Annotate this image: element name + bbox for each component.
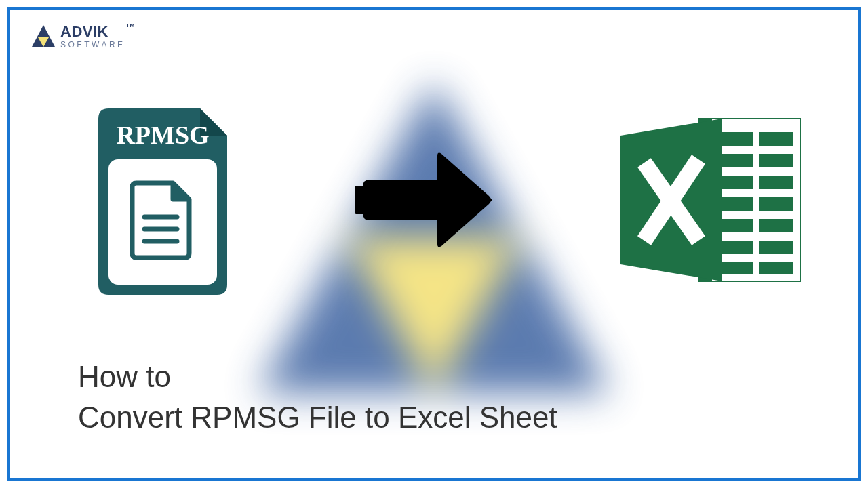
svg-rect-15: [760, 176, 793, 189]
logo-triangle-icon: [31, 24, 56, 49]
svg-rect-13: [760, 154, 793, 167]
svg-rect-10: [719, 132, 753, 146]
svg-rect-23: [760, 262, 793, 274]
brand-subtitle: SOFTWARE: [60, 41, 125, 49]
arrow-right-icon: [349, 146, 498, 254]
excel-icon: [607, 105, 810, 295]
trademark: TM: [126, 23, 135, 28]
svg-rect-16: [719, 197, 753, 211]
title-line-1: How to: [78, 357, 557, 396]
svg-rect-17: [760, 197, 793, 211]
title-line-2: Convert RPMSG File to Excel Sheet: [78, 397, 557, 437]
svg-rect-14: [719, 176, 753, 189]
svg-rect-18: [719, 219, 753, 232]
svg-rect-19: [760, 219, 793, 232]
page-title: How to Convert RPMSG File to Excel Sheet: [78, 357, 557, 437]
svg-rect-4: [108, 159, 217, 285]
conversion-row: RPMSG: [10, 98, 858, 302]
brand-logo: ADVIK TM SOFTWARE: [31, 24, 125, 49]
rpmsg-file-icon: RPMSG: [85, 102, 241, 298]
brand-name: ADVIK TM: [60, 24, 125, 39]
svg-rect-22: [719, 262, 753, 274]
rpmsg-label: RPMSG: [116, 121, 209, 149]
svg-rect-12: [719, 154, 753, 167]
frame: ADVIK TM SOFTWARE RPMSG: [7, 7, 861, 481]
svg-rect-20: [719, 241, 753, 254]
svg-rect-11: [760, 132, 793, 146]
svg-rect-21: [760, 241, 793, 254]
